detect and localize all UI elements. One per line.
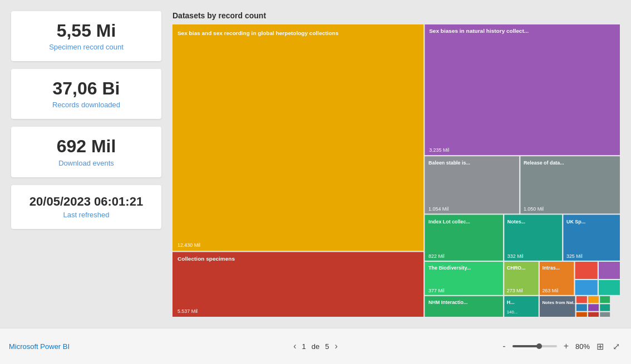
svg-text:273 Mil: 273 Mil bbox=[507, 288, 523, 293]
svg-text:Baleen stable is...: Baleen stable is... bbox=[428, 160, 470, 166]
fit-to-screen-icon[interactable]: ⊞ bbox=[594, 340, 606, 353]
kpi-label-downloads: Download events bbox=[22, 159, 150, 167]
kpi-card-downloads: 692 Mil Download events bbox=[11, 127, 161, 177]
svg-text:Notes from Nat...: Notes from Nat... bbox=[542, 301, 576, 306]
svg-text:Intras...: Intras... bbox=[542, 266, 560, 271]
tm-tiny6[interactable] bbox=[600, 304, 610, 311]
main-content: 5,55 Mi Specimen record count 37,06 Bi R… bbox=[0, 0, 631, 328]
zoom-slider-thumb[interactable] bbox=[536, 343, 542, 349]
treemap-cell-sex-bias[interactable] bbox=[172, 24, 423, 251]
pagination-prev[interactable]: ‹ bbox=[293, 341, 296, 351]
svg-text:NHM Interactio...: NHM Interactio... bbox=[428, 300, 467, 306]
svg-text:Sex biases in natural history : Sex biases in natural history collect... bbox=[429, 28, 529, 34]
treemap-cell-notes-nat[interactable] bbox=[540, 296, 575, 317]
kpi-value-specimen: 5,55 Mi bbox=[22, 21, 150, 41]
svg-text:1.054 Mil: 1.054 Mil bbox=[428, 207, 448, 212]
chart-title: Datasets by record count bbox=[172, 11, 620, 20]
kpi-card-specimen: 5,55 Mi Specimen record count bbox=[11, 11, 161, 61]
zoom-slider-fill bbox=[512, 345, 539, 347]
svg-text:325 Mil: 325 Mil bbox=[566, 253, 583, 259]
treemap-cell-small4[interactable] bbox=[599, 280, 620, 295]
kpi-card-records: 37,06 Bi Records downloaded bbox=[11, 69, 161, 119]
tm-tiny5[interactable] bbox=[588, 304, 599, 311]
svg-text:1.050 Mil: 1.050 Mil bbox=[524, 207, 544, 212]
pagination-area: ‹ 1 de 5 › bbox=[293, 341, 338, 351]
svg-text:332 Mil: 332 Mil bbox=[507, 253, 524, 259]
pagination-current: 1 bbox=[302, 342, 306, 351]
pagination-next[interactable]: › bbox=[334, 341, 337, 351]
svg-text:5.537 Mil: 5.537 Mil bbox=[178, 308, 198, 314]
powerbi-link[interactable]: Microsoft Power BI bbox=[9, 342, 70, 351]
pagination-total: 5 bbox=[325, 342, 329, 351]
svg-text:822 Mil: 822 Mil bbox=[428, 253, 445, 259]
kpi-label-specimen: Specimen record count bbox=[22, 43, 150, 51]
tm-tiny8[interactable] bbox=[588, 312, 599, 317]
svg-text:Notes...: Notes... bbox=[507, 219, 525, 225]
treemap-cell-nhm[interactable] bbox=[425, 296, 503, 317]
kpi-panel: 5,55 Mi Specimen record count 37,06 Bi R… bbox=[11, 11, 161, 317]
tm-tiny2[interactable] bbox=[588, 296, 599, 303]
tm-tiny3[interactable] bbox=[600, 296, 610, 303]
svg-text:Collection specimens: Collection specimens bbox=[178, 256, 235, 262]
svg-text:Sex bias and sex recording in : Sex bias and sex recording in global her… bbox=[178, 30, 338, 36]
kpi-card-refreshed: 20/05/2023 06:01:21 Last refreshed bbox=[11, 185, 161, 229]
kpi-value-refreshed: 20/05/2023 06:01:21 bbox=[22, 195, 150, 208]
zoom-minus-icon[interactable]: - bbox=[500, 340, 507, 352]
svg-text:140...: 140... bbox=[507, 310, 518, 315]
svg-text:Index Lot collec...: Index Lot collec... bbox=[428, 219, 470, 225]
svg-text:Release of data...: Release of data... bbox=[524, 160, 564, 166]
fullscreen-icon[interactable]: ⤢ bbox=[610, 340, 622, 353]
pagination-separator: de bbox=[312, 342, 319, 351]
chart-panel: Datasets by record count Sex bias and se… bbox=[172, 11, 620, 317]
zoom-area: - + 80% ⊞ ⤢ bbox=[500, 340, 622, 353]
tm-tiny1[interactable] bbox=[576, 296, 587, 303]
zoom-level: 80% bbox=[575, 342, 590, 351]
zoom-plus-icon[interactable]: + bbox=[561, 340, 571, 352]
kpi-value-downloads: 692 Mil bbox=[22, 137, 150, 156]
treemap-cell-small2[interactable] bbox=[599, 262, 620, 279]
treemap-svg: Sex bias and sex recording in global her… bbox=[172, 24, 620, 317]
svg-text:The Biodiversity...: The Biodiversity... bbox=[428, 266, 471, 271]
svg-text:H...: H... bbox=[507, 300, 515, 306]
kpi-label-refreshed: Last refreshed bbox=[22, 211, 150, 219]
kpi-value-records: 37,06 Bi bbox=[22, 79, 150, 98]
svg-text:3.235 Mil: 3.235 Mil bbox=[429, 147, 449, 153]
svg-text:377 Mil: 377 Mil bbox=[428, 288, 445, 293]
treemap-container[interactable]: Sex bias and sex recording in global her… bbox=[172, 24, 620, 317]
bottom-bar: Microsoft Power BI ‹ 1 de 5 › - + 80% ⊞ … bbox=[0, 328, 631, 364]
treemap-cell-small1[interactable] bbox=[575, 262, 598, 279]
svg-text:CHRO...: CHRO... bbox=[507, 266, 526, 271]
tm-tiny7[interactable] bbox=[576, 312, 587, 317]
svg-text:263 Mil: 263 Mil bbox=[542, 288, 558, 293]
treemap-cell-sex-biases-natural[interactable] bbox=[425, 24, 620, 155]
tm-tiny4[interactable] bbox=[576, 304, 587, 311]
svg-text:12.430 Mil: 12.430 Mil bbox=[178, 242, 200, 248]
tm-tiny9[interactable] bbox=[600, 312, 610, 317]
svg-text:UK Sp...: UK Sp... bbox=[566, 219, 585, 225]
treemap-cell-collection[interactable] bbox=[172, 252, 423, 317]
kpi-label-records: Records downloaded bbox=[22, 101, 150, 109]
treemap-cell-small3[interactable] bbox=[575, 280, 598, 295]
zoom-slider[interactable] bbox=[512, 345, 557, 347]
